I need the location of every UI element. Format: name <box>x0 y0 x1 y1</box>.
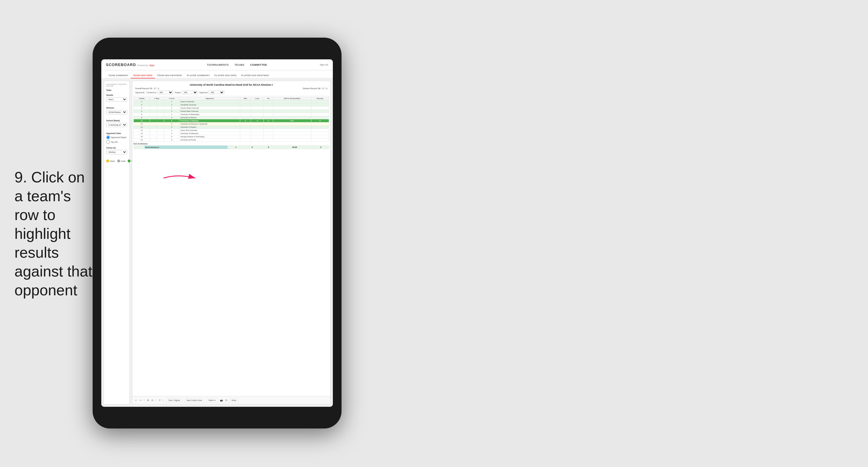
cell-tie <box>264 113 273 116</box>
separator-2: | <box>156 399 157 402</box>
cell-rounds <box>311 116 329 119</box>
table-row[interactable]: 2-1Auburn University <box>134 100 329 104</box>
table-row[interactable]: 11-5University of Alabama3002.618 <box>134 119 329 122</box>
table-row[interactable]: 9-3University of Arizona <box>134 116 329 119</box>
sub-nav: TEAM SUMMARY TEAM H2H GRID TEAM H2H HEAT… <box>101 70 333 79</box>
school-select[interactable]: 4 University of Nort... <box>106 123 127 127</box>
radio-top100[interactable]: Top 100 <box>106 140 127 144</box>
undo-icon[interactable]: ↩ <box>135 399 137 402</box>
nav-tournaments[interactable]: TOURNAMENTS <box>207 63 229 66</box>
table-row[interactable]: 14-2University of Oklahoma <box>134 132 329 135</box>
tab-player-h2h-heatmap[interactable]: PLAYER H2H HEATMAP <box>239 73 272 78</box>
tab-team-h2h-heatmap[interactable]: TEAM H2H HEATMAP <box>155 73 185 78</box>
cell-rounds <box>311 135 329 138</box>
cell-tie <box>264 129 273 132</box>
cell-tie <box>264 122 273 126</box>
tab-team-summary[interactable]: TEAM SUMMARY <box>106 73 131 78</box>
cell-win <box>240 113 251 116</box>
legend-row: Down Level Up <box>106 159 127 163</box>
watch-button[interactable]: Watch ▾ <box>207 399 218 403</box>
cell-rank: 11 <box>134 122 150 126</box>
cell-diff <box>273 132 311 135</box>
redo-icon[interactable]: ↪ <box>140 399 142 402</box>
cell-loss <box>251 126 264 129</box>
col-loss: Loss <box>251 97 264 100</box>
cell-tie <box>264 104 273 107</box>
table-row[interactable]: 4-1Arizona State University <box>134 107 329 110</box>
cell-tie <box>264 100 273 104</box>
table-row[interactable]: 8-2University of Washington <box>134 113 329 116</box>
legend-level: Level <box>117 159 126 163</box>
cell-conf: 1 <box>164 107 180 110</box>
out-of-division-label: Out of division <box>133 142 329 145</box>
table-row[interactable]: 12-3University of Virginia <box>134 126 329 129</box>
out-of-division-row[interactable]: NCAA Division II 1 0 0 26.00 3 <box>134 146 329 149</box>
cell-tie <box>264 107 273 110</box>
panel-title: University of North Carolina Head-to-Hea… <box>135 83 327 86</box>
table-row[interactable]: 11-6University of Arkansas, Fayetteville <box>134 122 329 126</box>
cell-reg: - <box>150 135 164 138</box>
opponent-select[interactable]: (All) <box>208 91 224 94</box>
paste-icon[interactable]: ⊟ <box>151 399 153 402</box>
col-rounds: Rounds <box>311 97 329 100</box>
cell-diff <box>273 116 311 119</box>
tab-player-summary[interactable]: PLAYER SUMMARY <box>184 73 212 78</box>
clock-icon[interactable]: ⏱ <box>159 399 161 402</box>
table-row[interactable]: 6-2Florida State University <box>134 110 329 113</box>
cell-conf: 1 <box>164 129 180 132</box>
cell-rank: 2 <box>134 100 150 104</box>
share-settings-icon[interactable]: ⚙ <box>225 399 227 402</box>
conference-select[interactable]: (All) <box>157 91 173 94</box>
cell-reg: - <box>150 119 164 122</box>
save-custom-view-button[interactable]: Save Custom View <box>184 399 204 402</box>
region-select[interactable]: (All) <box>182 91 198 94</box>
cell-reg: - <box>150 107 164 110</box>
cell-reg: - <box>150 132 164 135</box>
cell-conf: 2 <box>164 110 180 113</box>
nav-teams[interactable]: TEAMS <box>235 63 244 66</box>
cell-diff <box>273 107 311 110</box>
opponent-view-section: Opponent View Opponents Played Top 100 <box>106 132 127 144</box>
copy-icon[interactable]: ⊞ <box>147 399 149 402</box>
table-row[interactable]: 16-3University of Florida <box>134 138 329 142</box>
tab-team-h2h-grid[interactable]: TEAM H2H GRID <box>131 73 155 79</box>
table-row[interactable]: 3-2Vanderbilt University <box>134 104 329 107</box>
colour-by-select[interactable]: Win/loss <box>106 150 127 154</box>
share-button[interactable]: Share <box>229 399 239 402</box>
tab-player-h2h-grid[interactable]: PLAYER H2H GRID <box>212 73 239 78</box>
cell-loss: 0 <box>251 119 264 122</box>
cell-diff <box>273 126 311 129</box>
separator-1: | <box>144 399 145 402</box>
table-row[interactable]: 15-4Georgia Institute of Technology <box>134 135 329 138</box>
cell-diff <box>273 110 311 113</box>
cell-win <box>240 110 251 113</box>
separator-3: | <box>163 399 164 402</box>
cell-reg: - <box>150 138 164 142</box>
view-original-button[interactable]: View: Original <box>166 399 182 402</box>
col-tie: Tie <box>264 97 273 100</box>
sign-out-button[interactable]: Sign out <box>320 63 328 66</box>
team-label: Team <box>106 89 127 91</box>
cell-rank: 13 <box>134 129 150 132</box>
cell-rank: 15 <box>134 135 150 138</box>
tablet-frame: SCOREBOARD Powered by clippi TOURNAMENTS… <box>93 38 342 429</box>
col-win: Win <box>240 97 251 100</box>
gender-select[interactable]: Men's <box>106 97 127 101</box>
cell-win <box>240 129 251 132</box>
cell-name: Vanderbilt University <box>180 104 240 107</box>
col-conf: # Conf <box>164 97 180 100</box>
cell-win <box>240 138 251 142</box>
panel-header: University of North Carolina Head-to-Hea… <box>132 81 330 95</box>
camera-icon[interactable]: 📷 <box>220 399 223 402</box>
cell-rounds: 8 <box>311 119 329 122</box>
radio-opponents-played[interactable]: Opponents Played <box>106 136 127 139</box>
cell-rank: 3 <box>134 104 150 107</box>
cell-conf: 2 <box>164 104 180 107</box>
step-number: 9. <box>14 169 27 185</box>
table-row[interactable]: 13-1Texas Tech University <box>134 129 329 132</box>
division-select[interactable]: NCAA Division I <box>106 110 127 114</box>
logo-brand: clippi <box>149 64 154 66</box>
cell-rank: 4 <box>134 107 150 110</box>
nav-committee[interactable]: COMMITTEE <box>250 63 267 66</box>
cell-diff <box>273 104 311 107</box>
